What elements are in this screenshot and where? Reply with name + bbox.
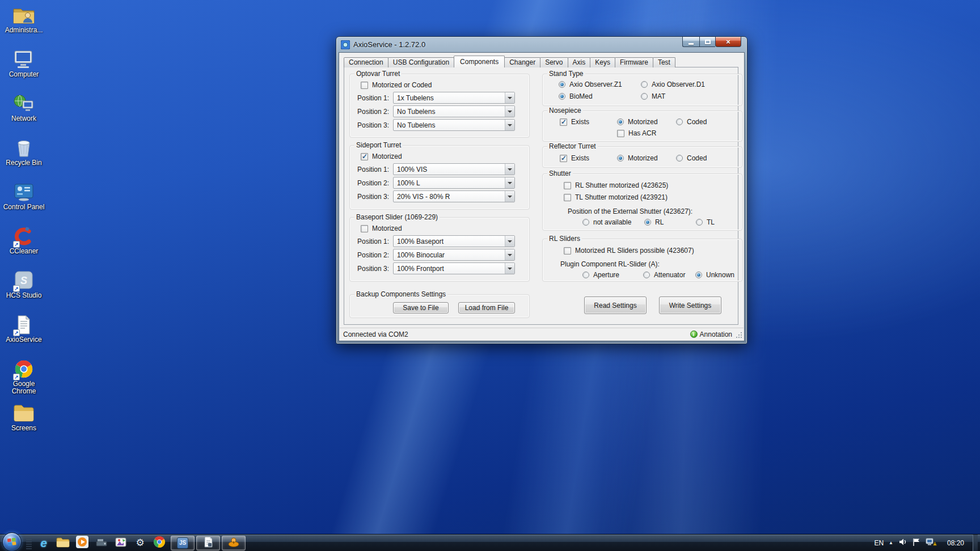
resize-grip[interactable] <box>735 331 742 338</box>
desktop-icon-screens[interactable]: Screens <box>0 400 48 444</box>
volume-icon[interactable] <box>898 538 907 548</box>
photo-gallery-button[interactable] <box>111 536 130 550</box>
shutter-rl-radio[interactable]: RL <box>644 218 696 226</box>
optovar-motorized-checkbox-row[interactable]: Motorized or Coded <box>361 81 529 89</box>
desktop-icon-network[interactable]: Network <box>0 91 48 135</box>
desktop-icon-label: CCleaner <box>10 248 39 255</box>
clock[interactable]: 08:20 <box>947 539 964 547</box>
desktop-icon-computer[interactable]: Computer <box>0 46 48 91</box>
nosepiece-motorized-radio[interactable]: Motorized <box>617 118 676 126</box>
desktop-icon-recycle-bin[interactable]: Recycle Bin <box>0 135 48 179</box>
chevron-down-icon[interactable] <box>505 236 514 247</box>
reflector-motorized-radio[interactable]: Motorized <box>617 154 676 162</box>
optovar-position-3-combobox[interactable]: No Tubelens <box>393 119 515 131</box>
tab-usb-configuration[interactable]: USB Configuration <box>388 57 454 67</box>
chevron-down-icon[interactable] <box>505 120 514 130</box>
chevron-down-icon[interactable] <box>505 106 514 117</box>
read-settings-button[interactable]: Read Settings <box>584 296 647 314</box>
shutter-tl-radio[interactable]: TL <box>696 218 715 226</box>
chrome-button[interactable] <box>150 536 169 550</box>
radio-axio-observer-d1[interactable]: Axio Observer.D1 <box>641 80 742 88</box>
group-title: Backup Components Settings <box>354 290 447 298</box>
baseport-position-1-combobox[interactable]: 100% Baseport <box>393 235 515 247</box>
radio-biomed[interactable]: BioMed <box>559 92 641 100</box>
rl-slider-attenuator-radio[interactable]: Attenuator <box>643 271 695 279</box>
desktop-icon-axioservice[interactable]: ↗ AxioService <box>0 312 48 356</box>
radio-axio-observer-z1[interactable]: Axio Observer.Z1 <box>559 80 641 88</box>
chevron-down-icon[interactable] <box>505 177 514 188</box>
chevron-down-icon[interactable] <box>505 249 514 260</box>
minimize-button[interactable] <box>682 37 699 47</box>
rl-slider-unknown-radio[interactable]: Unknown <box>695 271 734 279</box>
motorized-rl-sliders-checkbox[interactable]: Motorized RL Sliders possible (423607) <box>564 247 742 255</box>
tab-connection[interactable]: Connection <box>344 57 388 67</box>
position-label: Position 1: <box>357 94 393 102</box>
nosepiece-exists-checkbox[interactable]: Exists <box>560 118 617 126</box>
radio-mat[interactable]: MAT <box>641 92 742 100</box>
group-title: RL Sliders <box>547 235 582 243</box>
position-label: Position 2: <box>357 108 393 116</box>
desktop-icon-administrator[interactable]: Administra... <box>0 2 48 46</box>
media-player-button[interactable] <box>73 536 92 550</box>
baseport-position-3-combobox[interactable]: 100% Frontport <box>393 262 515 274</box>
desktop-icon-google-chrome[interactable]: ↗ Google Chrome <box>0 356 48 400</box>
windows-explorer-button[interactable] <box>53 536 73 550</box>
tab-firmware[interactable]: Firmware <box>615 57 653 67</box>
document-app-icon <box>203 536 213 549</box>
reflector-coded-radio[interactable]: Coded <box>676 154 707 162</box>
running-app-document-button[interactable] <box>196 536 220 550</box>
baseport-motorized-checkbox-row[interactable]: Motorized <box>361 224 529 232</box>
nosepiece-has-acr-checkbox[interactable]: Has ACR <box>617 129 742 137</box>
network-status-icon[interactable] <box>926 537 937 548</box>
sideport-motorized-checkbox-row[interactable]: Motorized <box>361 152 529 160</box>
tab-components[interactable]: Components <box>454 56 505 67</box>
chevron-down-icon[interactable] <box>505 191 514 202</box>
internet-explorer-button[interactable]: e <box>34 536 53 550</box>
tab-axis[interactable]: Axis <box>568 57 591 67</box>
optovar-position-1-combobox[interactable]: 1x Tubelens <box>393 92 515 104</box>
baseport-position-2-combobox[interactable]: 100% Binocular <box>393 249 515 261</box>
action-center-flag-icon[interactable] <box>913 538 920 548</box>
tab-keys[interactable]: Keys <box>590 57 615 67</box>
devices-button[interactable] <box>92 536 111 550</box>
sideport-position-2-combobox[interactable]: 100% L <box>393 177 515 189</box>
show-hidden-icons-button[interactable]: ▲ <box>889 540 893 545</box>
close-button[interactable]: × <box>715 37 741 47</box>
desktop-icon-ccleaner[interactable]: ↗ CCleaner <box>0 223 48 268</box>
running-app-js-button[interactable]: JS <box>171 536 195 550</box>
chevron-down-icon[interactable] <box>505 164 514 175</box>
sideport-position-1-combobox[interactable]: 100% VIS <box>393 163 515 175</box>
tab-test[interactable]: Test <box>653 57 675 67</box>
rl-slider-aperture-radio[interactable]: Aperture <box>582 271 643 279</box>
svg-text:S: S <box>20 275 27 286</box>
sideport-position-3-combobox[interactable]: 20% VIS - 80% R <box>393 190 515 202</box>
tl-shutter-motorized-checkbox[interactable]: TL Shutter motorized (423921) <box>564 193 742 201</box>
shutter-not-available-radio[interactable]: not available <box>582 218 644 226</box>
radio-icon <box>582 272 589 278</box>
chevron-down-icon[interactable] <box>505 263 514 274</box>
desktop-icon-control-panel[interactable]: Control Panel <box>0 179 48 223</box>
load-from-file-button[interactable]: Load from File <box>458 302 515 313</box>
radio-icon <box>676 155 683 162</box>
optovar-position-2-combobox[interactable]: No Tubelens <box>393 105 515 117</box>
chevron-down-icon[interactable] <box>505 92 514 103</box>
tab-changer[interactable]: Changer <box>504 57 540 67</box>
language-indicator[interactable]: EN <box>874 539 884 547</box>
running-app-game-button[interactable] <box>222 536 246 550</box>
radio-icon <box>582 219 589 226</box>
show-desktop-button[interactable] <box>973 535 978 551</box>
radio-icon <box>643 272 650 278</box>
save-to-file-button[interactable]: Save to File <box>393 302 449 313</box>
maximize-button[interactable] <box>699 37 715 47</box>
taskbar-separator <box>26 537 32 549</box>
settings-button[interactable]: ⚙ <box>130 536 150 550</box>
rl-shutter-motorized-checkbox[interactable]: RL Shutter motorized (423625) <box>564 181 742 189</box>
write-settings-button[interactable]: Write Settings <box>659 296 721 314</box>
annotation-indicator[interactable]: i Annotation <box>690 330 732 338</box>
reflector-exists-checkbox[interactable]: Exists <box>560 154 617 162</box>
desktop-icon-hcs-studio[interactable]: S ↗ HCS Studio <box>0 268 48 312</box>
nosepiece-coded-radio[interactable]: Coded <box>676 118 707 126</box>
tab-servo[interactable]: Servo <box>540 57 568 67</box>
start-button[interactable] <box>2 532 22 551</box>
components-tab-panel: Optovar Turret Motorized or Coded Positi… <box>344 67 738 325</box>
